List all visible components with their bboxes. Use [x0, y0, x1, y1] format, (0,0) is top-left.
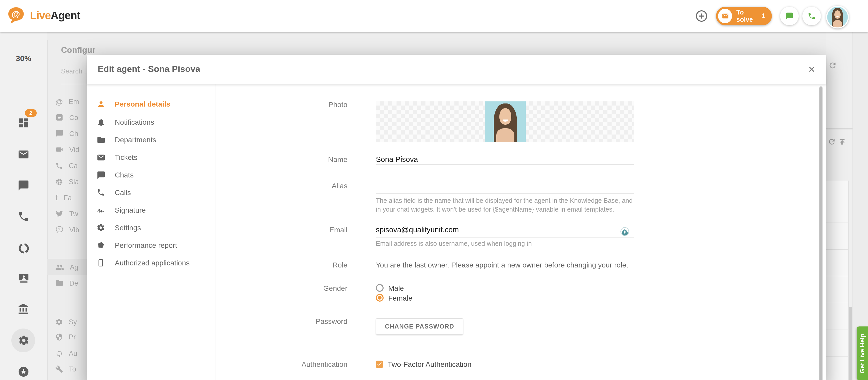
- people-icon: [55, 263, 64, 271]
- person-icon: [97, 99, 105, 108]
- sidebar-item-tickets[interactable]: [0, 148, 47, 160]
- tab-signature[interactable]: Signature: [87, 203, 211, 217]
- email-help-text: Email address is also username, used whe…: [376, 239, 640, 249]
- alias-input[interactable]: [376, 180, 634, 191]
- tab-departments[interactable]: Departments: [87, 133, 211, 146]
- tab-chats[interactable]: Chats: [87, 168, 211, 182]
- close-button[interactable]: ✕: [806, 64, 817, 75]
- plus-circle-icon: [695, 9, 708, 23]
- tab-calls[interactable]: Calls: [87, 186, 211, 199]
- to-solve-envelope-badge: [718, 9, 732, 23]
- to-solve-button[interactable]: To solve 1: [716, 7, 772, 25]
- modal-nav-divider: [216, 84, 216, 380]
- modal-title: Edit agent - Sona Pisova: [98, 64, 200, 75]
- svg-text:@: @: [11, 9, 20, 19]
- alias-underline: [376, 194, 634, 194]
- gear-icon: [55, 318, 63, 326]
- shield-icon: [55, 333, 63, 341]
- sidebar-item-starred[interactable]: [0, 366, 47, 378]
- page-left-divider: [47, 40, 48, 380]
- modal-scrollbar-thumb[interactable]: [819, 86, 823, 380]
- name-label: Name: [265, 154, 347, 165]
- gear-icon: [97, 224, 105, 232]
- chats-button[interactable]: [780, 7, 799, 25]
- name-underline: [376, 164, 634, 165]
- gender-option-female[interactable]: Female: [376, 293, 412, 303]
- alias-help-text: The alias field is the name that will be…: [376, 197, 640, 214]
- liveagent-logo[interactable]: @ LiveAgent: [7, 7, 80, 24]
- tab-authorized-applications[interactable]: Authorized applications: [87, 256, 211, 269]
- two-factor-checkbox-row[interactable]: Two-Factor Authentication: [376, 359, 471, 369]
- sidebar-item-chats[interactable]: [0, 179, 47, 192]
- photo-label: Photo: [265, 99, 347, 110]
- sidebar-item-reports[interactable]: [0, 242, 47, 255]
- chat-bubble-icon: [97, 171, 105, 179]
- sidebar-item-billing[interactable]: [0, 303, 47, 315]
- user-avatar[interactable]: [826, 6, 849, 28]
- gravatar-icon: [620, 227, 629, 236]
- page-scrollbar-thumb[interactable]: [849, 307, 852, 380]
- name-input[interactable]: Sona Pisova: [376, 154, 634, 165]
- tab-notifications[interactable]: Notifications: [87, 115, 211, 129]
- chat-bubble-icon: [785, 12, 794, 20]
- email-input[interactable]: spisova@qualityunit.com: [376, 225, 634, 235]
- to-solve-label: To solve: [737, 9, 762, 23]
- tab-personal-details[interactable]: Personal details: [87, 97, 211, 111]
- avatar-photo: [827, 7, 848, 27]
- at-icon: @: [55, 97, 63, 106]
- role-message: You are the last owner. Please appoint a…: [376, 260, 628, 270]
- slack-icon: [55, 178, 63, 185]
- add-new-button[interactable]: [695, 9, 708, 23]
- sidebar-item-dashboard[interactable]: [0, 117, 47, 129]
- phone-icon: [97, 188, 105, 197]
- twitter-icon: [55, 209, 64, 218]
- logo-bubble-icon: @: [7, 7, 26, 24]
- radio-checked-icon: [376, 294, 383, 302]
- chat-bubble-icon: [55, 129, 64, 138]
- calls-button[interactable]: [802, 7, 821, 25]
- tab-performance-report[interactable]: Performance report: [87, 238, 211, 252]
- agent-photo: [485, 101, 526, 142]
- tab-tickets[interactable]: Tickets: [87, 151, 211, 164]
- star-circle-icon: [18, 366, 29, 378]
- password-label: Password: [265, 316, 347, 326]
- left-sidebar: 30% 2: [0, 32, 47, 380]
- envelope-icon: [18, 148, 29, 160]
- chat-bubble-icon: [18, 179, 29, 192]
- sidebar-item-contacts[interactable]: [0, 272, 47, 284]
- tab-settings[interactable]: Settings: [87, 221, 211, 234]
- email-underline: [376, 237, 634, 237]
- gender-option-male[interactable]: Male: [376, 283, 404, 293]
- close-icon: ✕: [808, 64, 815, 75]
- get-live-help-tab[interactable]: Get Live Help: [857, 326, 868, 380]
- facebook-icon: f: [55, 193, 58, 202]
- photo-upload-area[interactable]: [376, 101, 634, 142]
- change-password-button[interactable]: CHANGE PASSWORD: [376, 318, 463, 335]
- sidebar-item-calls[interactable]: [0, 210, 47, 223]
- chip-icon: [97, 241, 105, 250]
- refresh-button[interactable]: [828, 61, 837, 70]
- wrench-icon: [55, 365, 63, 373]
- upload-icon: [838, 138, 846, 146]
- viber-icon: [55, 226, 64, 234]
- bell-icon: [97, 118, 105, 126]
- signature-icon: [97, 205, 106, 215]
- search-input[interactable]: Search ...: [61, 67, 90, 75]
- role-label: Role: [265, 260, 347, 270]
- sidebar-item-configuration[interactable]: [0, 335, 47, 346]
- top-header: @ LiveAgent To solve 1: [0, 0, 868, 32]
- grid-refresh-button[interactable]: [828, 138, 836, 146]
- refresh-icon: [828, 138, 836, 146]
- envelope-icon: [721, 12, 729, 20]
- refresh-icon: [828, 61, 837, 70]
- gender-label: Gender: [265, 283, 347, 293]
- phone-icon: [55, 162, 63, 170]
- dashboard-icon: [18, 117, 29, 129]
- video-camera-icon: [55, 145, 64, 154]
- panel-divider: [826, 128, 852, 129]
- folder-icon: [55, 279, 64, 287]
- to-solve-count: 1: [762, 12, 765, 20]
- export-button[interactable]: [838, 138, 846, 146]
- phone-icon: [18, 210, 29, 223]
- phone-icon: [807, 12, 816, 20]
